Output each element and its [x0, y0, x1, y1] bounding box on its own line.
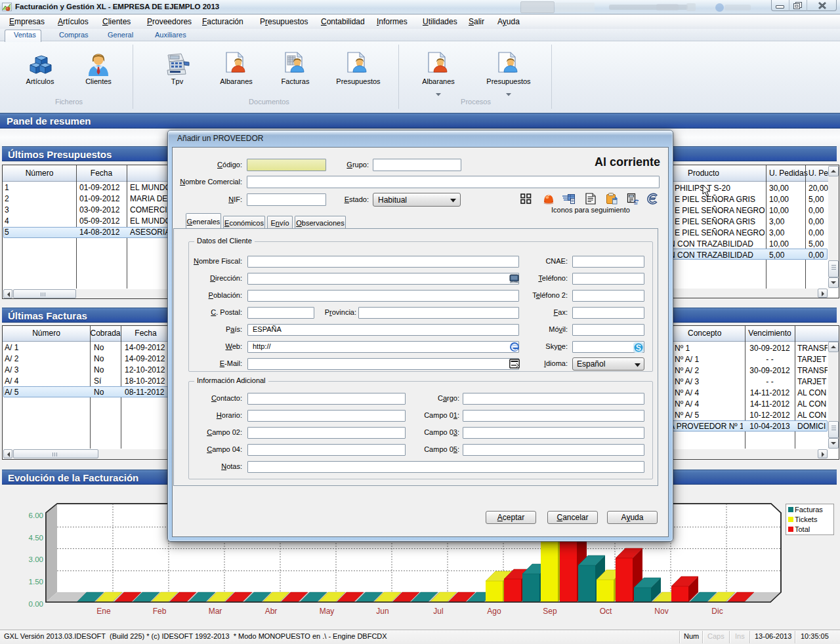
svg-text:ai: ai	[634, 201, 638, 205]
